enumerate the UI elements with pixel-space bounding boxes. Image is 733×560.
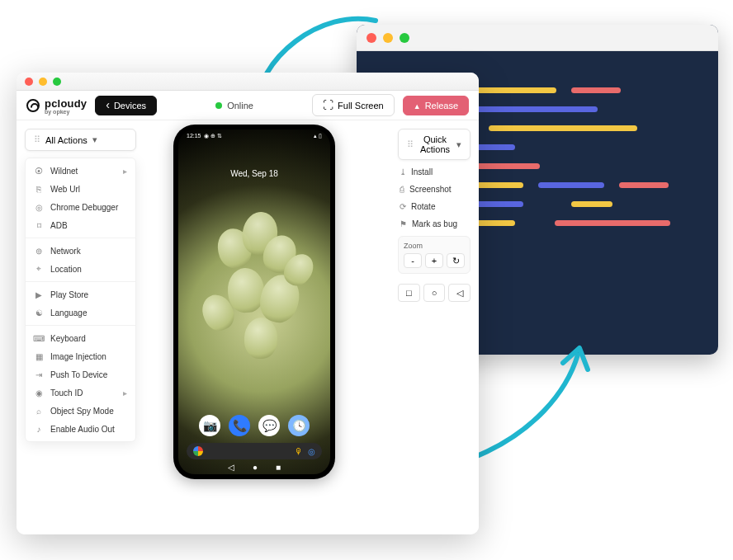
nav-home-icon[interactable]: ● (253, 463, 258, 472)
audio-icon: ♪ (34, 424, 44, 434)
pcloudy-window: pcloudy by opkey Devices Online Full Scr… (17, 73, 479, 534)
action-keyboard[interactable]: ⌨Keyboard (26, 329, 135, 347)
action-label: Location (50, 265, 82, 274)
minimize-icon[interactable] (39, 78, 47, 86)
devices-button[interactable]: Devices (95, 96, 157, 115)
globe-icon: ⦿ (34, 166, 44, 176)
home-button[interactable]: ○ (423, 284, 446, 302)
action-object-spy-mode[interactable]: ⌕Object Spy Mode (26, 402, 135, 420)
rotate-icon: ⟳ (400, 202, 406, 211)
lang-icon: ☯ (34, 308, 44, 318)
zoom-label: Zoom (404, 242, 465, 250)
online-label: Online (227, 101, 253, 111)
zoom-in-button[interactable]: + (425, 253, 443, 268)
app-phone[interactable]: 📞 (229, 415, 250, 436)
action-label: Language (50, 308, 87, 318)
window-titlebar (17, 73, 479, 91)
toolbar: pcloudy by opkey Devices Online Full Scr… (17, 91, 479, 120)
finger-icon: ◉ (34, 388, 44, 398)
quick-label: Mark as bug (412, 219, 457, 228)
push-icon: ⇥ (34, 369, 44, 379)
action-wildnet[interactable]: ⦿Wildnet▸ (26, 162, 135, 180)
back-button[interactable]: ◁ (448, 284, 471, 302)
release-button[interactable]: Release (403, 96, 469, 115)
action-label: ADB (50, 221, 68, 230)
zoom-icon[interactable] (53, 78, 61, 86)
status-dot-icon (215, 102, 222, 109)
workspace: ⠿ All Actions ▾ ⦿Wildnet▸⎘Web Url◎Chrome… (17, 120, 479, 534)
action-label: Touch ID (50, 388, 83, 398)
pin-icon: ⌖ (34, 264, 44, 274)
brand-logo: pcloudy by opkey (26, 96, 87, 115)
fullscreen-icon (323, 99, 333, 111)
zoom-reset-button[interactable]: ↻ (447, 253, 465, 268)
close-icon[interactable] (366, 33, 376, 43)
action-chrome-debugger[interactable]: ◎Chrome Debugger (26, 198, 135, 216)
chevron-left-icon (106, 101, 110, 111)
quick-install[interactable]: ⤓Install (398, 165, 471, 179)
close-icon[interactable] (25, 78, 33, 86)
action-web-url[interactable]: ⎘Web Url (26, 180, 135, 198)
all-actions-panel: ⦿Wildnet▸⎘Web Url◎Chrome Debugger⌑ADB⊚Ne… (25, 158, 136, 442)
camera-icon: ⎙ (400, 185, 404, 194)
link-icon: ⎘ (34, 184, 44, 194)
quick-label: Install (411, 167, 433, 176)
fullscreen-button[interactable]: Full Screen (312, 94, 395, 116)
quick-actions-label: Quick Actions (419, 134, 452, 154)
devices-label: Devices (114, 101, 146, 111)
release-icon (414, 101, 421, 111)
all-actions-label: All Actions (45, 135, 87, 145)
action-language[interactable]: ☯Language (26, 304, 135, 322)
action-touch-id[interactable]: ◉Touch ID▸ (26, 384, 135, 402)
all-actions-dropdown[interactable]: ⠿ All Actions ▾ (25, 129, 136, 151)
terminal-icon: ⌑ (34, 220, 44, 230)
chrome-icon: ◎ (34, 202, 44, 212)
minimize-icon[interactable] (383, 33, 393, 43)
action-enable-audio-out[interactable]: ♪Enable Audio Out (26, 420, 135, 438)
action-label: Play Store (50, 290, 88, 299)
quick-rotate[interactable]: ⟳Rotate (398, 200, 471, 214)
action-label: Image Injection (50, 352, 106, 361)
zoom-out-button[interactable]: - (404, 253, 422, 268)
google-icon (193, 446, 203, 456)
quick-label: Rotate (411, 202, 435, 211)
action-label: Network (50, 247, 81, 256)
release-label: Release (425, 101, 458, 111)
nav-recent-icon[interactable]: ■ (276, 463, 281, 472)
all-actions: ⠿ All Actions ▾ ⦿Wildnet▸⎘Web Url◎Chrome… (25, 129, 136, 442)
grip-icon: ⠿ (407, 139, 414, 149)
mic-icon: 🎙 (295, 447, 303, 456)
action-network[interactable]: ⊚Network (26, 242, 135, 260)
action-label: Keyboard (50, 334, 86, 343)
device-screen[interactable]: 12:15 ◉ ⊕ ⇅ ▴ ▯ Wed, Sep 18 📷📞💬🕓 (178, 129, 330, 474)
app-camera[interactable]: 📷 (199, 415, 220, 436)
action-label: Web Url (50, 185, 80, 194)
google-search-bar[interactable]: 🎙 ◎ (187, 443, 322, 459)
action-adb[interactable]: ⌑ADB (26, 216, 135, 234)
status-bar: 12:15 ◉ ⊕ ⇅ ▴ ▯ (178, 133, 330, 139)
fullscreen-label: Full Screen (338, 101, 384, 111)
brand-sub: by opkey (45, 109, 87, 115)
zoom-card: Zoom -+↻ (398, 236, 471, 274)
action-label: Wildnet (50, 167, 78, 176)
grip-icon: ⠿ (34, 134, 40, 145)
image-icon: ▦ (34, 351, 44, 361)
action-location[interactable]: ⌖Location (26, 260, 135, 278)
status-right-icons: ▴ ▯ (314, 133, 322, 139)
app-dock: 📷📞💬🕓 (178, 415, 330, 436)
app-clock[interactable]: 🕓 (288, 415, 310, 436)
quick-label: Screenshot (409, 185, 452, 194)
recent-button[interactable]: □ (398, 284, 420, 302)
nav-back-icon[interactable]: ◁ (228, 463, 234, 472)
action-push-to-device[interactable]: ⇥Push To Device (26, 365, 135, 384)
chevron-down-icon: ▾ (456, 139, 461, 149)
action-image-injection[interactable]: ▦Image Injection (26, 347, 135, 365)
action-play-store[interactable]: ▶Play Store (26, 285, 135, 304)
zoom-icon[interactable] (400, 33, 409, 43)
app-chat[interactable]: 💬 (258, 415, 280, 436)
quick-screenshot[interactable]: ⎙Screenshot (398, 182, 471, 196)
quick-actions-dropdown[interactable]: ⠿ Quick Actions ▾ (398, 129, 471, 160)
quick-mark-as-bug[interactable]: ⚑Mark as bug (398, 217, 471, 231)
wifi-icon: ⊚ (34, 246, 44, 256)
device-frame: 12:15 ◉ ⊕ ⇅ ▴ ▯ Wed, Sep 18 📷📞💬🕓 (173, 125, 335, 479)
